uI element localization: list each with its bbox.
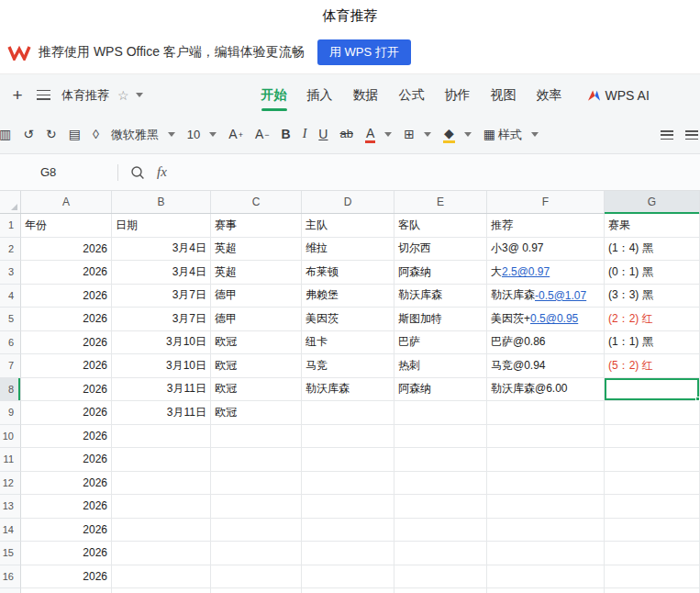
column-header-F[interactable]: F [487,191,605,213]
cell-A12[interactable]: 2026 [21,472,112,496]
cell-G2[interactable]: (1：4) 黑 [605,238,700,262]
cell-A15[interactable]: 2026 [21,542,112,565]
cell-E3[interactable]: 阿森纳 [394,261,487,285]
cell-D9[interactable] [302,401,394,425]
strikethrough-button[interactable]: ab [336,125,356,144]
align-more-button[interactable] [682,128,700,142]
cell-G3[interactable]: (0：1) 黑 [605,261,700,285]
cell-B10[interactable] [112,425,211,449]
cell-A13[interactable]: 2026 [21,495,112,519]
cell-F11[interactable] [487,448,605,472]
cell-D10[interactable] [302,425,394,449]
cell-C10[interactable] [211,425,302,449]
font-increase-button[interactable]: A+ [225,124,247,144]
cell-G6[interactable]: (1：1) 黑 [605,331,700,355]
cell-B7[interactable]: 3月10日 [112,354,211,378]
favorite-star-icon[interactable]: ☆ [117,88,129,103]
cell-C3[interactable]: 英超 [211,261,302,285]
undo-icon[interactable]: ↺ [19,124,38,144]
cell-D6[interactable]: 纽卡 [302,331,394,355]
cell-G8[interactable] [605,378,700,402]
cell-D7[interactable]: 马竞 [302,354,394,378]
cell-B2[interactable]: 3月4日 [112,238,211,262]
cell-F13[interactable] [487,495,605,519]
cell-C4[interactable]: 德甲 [211,285,302,308]
cell-F6[interactable]: 巴萨@0.86 [487,331,605,355]
cell-E17[interactable] [394,588,487,593]
underline-button[interactable]: U [315,124,331,144]
cell-E4[interactable]: 勒沃库森 [394,285,487,308]
cell-C16[interactable] [211,565,302,589]
cell-B14[interactable] [112,519,211,543]
cell-C11[interactable] [211,448,302,472]
row-header-3[interactable]: 3 [0,261,21,285]
cell-G11[interactable] [605,448,700,472]
cell-E2[interactable]: 切尔西 [394,238,487,262]
cell-A7[interactable]: 2026 [21,354,112,378]
cell-C12[interactable] [211,472,302,496]
cell-F15[interactable] [487,542,605,565]
insert-function-button[interactable]: fx [157,164,167,180]
cell-D12[interactable] [302,472,394,496]
cell-D4[interactable]: 弗赖堡 [302,285,394,308]
cell-F17[interactable] [487,588,605,593]
clipboard-icon[interactable]: ▥ [0,124,15,144]
doc-menu-chevron-down-icon[interactable] [136,93,143,97]
cell-B11[interactable] [112,448,211,472]
row-header-8[interactable]: 8 [0,378,21,402]
tab-公式[interactable]: 公式 [389,74,435,116]
new-tab-button[interactable]: + [9,85,26,106]
cell-G15[interactable] [605,542,700,565]
cell-C2[interactable]: 英超 [211,238,302,262]
cell-E10[interactable] [394,425,487,449]
cell-E12[interactable] [394,472,487,496]
column-header-E[interactable]: E [394,191,487,213]
eraser-icon[interactable]: ◊ [89,124,103,144]
cell-A8[interactable]: 2026 [21,378,112,402]
cell-F16[interactable] [487,565,605,589]
cell-D5[interactable]: 美因茨 [302,308,394,331]
cell-E7[interactable]: 热刺 [394,354,487,378]
cell-A1[interactable]: 年份 [21,214,112,238]
cell-F8[interactable]: 勒沃库森@6.00 [487,378,605,402]
cell-F3[interactable]: 大2.5@0.97 [487,261,605,285]
cell-F7[interactable]: 马竞@0.94 [487,354,605,378]
cell-A6[interactable]: 2026 [21,331,112,355]
cell-C8[interactable]: 欧冠 [211,378,302,402]
cell-B15[interactable] [112,542,211,565]
row-header-14[interactable]: 14 [0,519,21,543]
cell-E11[interactable] [394,448,487,472]
cell-A4[interactable]: 2026 [21,285,112,308]
cell-link[interactable]: -0.5@1.07 [535,289,586,302]
cell-G9[interactable] [605,401,700,425]
cell-F4[interactable]: 勒沃库森-0.5@1.07 [487,285,605,308]
format-painter-icon[interactable]: ▤ [65,124,84,144]
column-header-C[interactable]: C [211,191,302,213]
cell-D3[interactable]: 布莱顿 [302,261,394,285]
cell-G5[interactable]: (2：2) 红 [605,308,700,331]
cell-B9[interactable]: 3月11日 [112,401,211,425]
cell-F12[interactable] [487,472,605,496]
cell-D17[interactable] [302,588,394,593]
cell-F1[interactable]: 推荐 [487,214,605,238]
cell-D13[interactable] [302,495,394,519]
cell-B17[interactable] [112,588,211,593]
tab-效率[interactable]: 效率 [527,74,572,116]
cell-F9[interactable] [487,401,605,425]
cell-G7[interactable]: (5：2) 红 [605,354,700,378]
row-header-15[interactable]: 15 [0,542,21,565]
cell-B1[interactable]: 日期 [112,214,211,238]
cell-B12[interactable] [112,472,211,496]
tab-插入[interactable]: 插入 [297,74,343,116]
row-header-7[interactable]: 7 [0,354,21,378]
cell-B8[interactable]: 3月11日 [112,378,211,402]
select-all-corner[interactable] [0,191,21,213]
font-name-select[interactable]: 微软雅黑 [107,124,179,146]
selection-fill-handle[interactable] [695,397,700,401]
column-header-G[interactable]: G [605,191,700,213]
cell-B4[interactable]: 3月7日 [112,285,211,308]
row-header-4[interactable]: 4 [0,285,21,308]
cell-D2[interactable]: 维拉 [302,238,394,262]
tab-视图[interactable]: 视图 [481,74,527,116]
font-size-select[interactable]: 10 [183,125,220,144]
